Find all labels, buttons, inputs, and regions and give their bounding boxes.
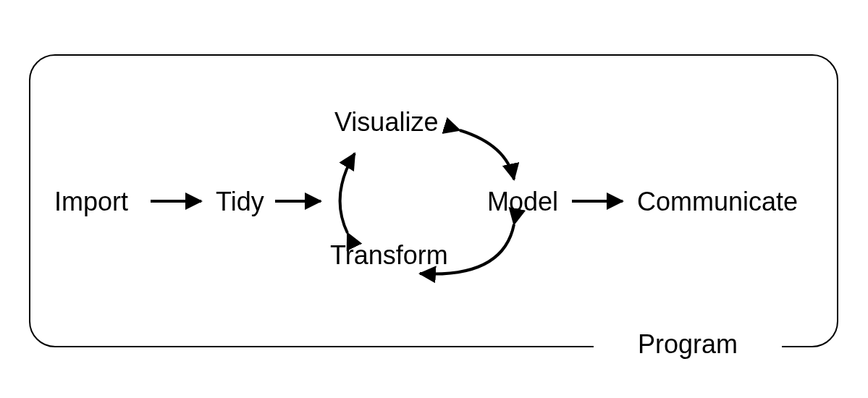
node-tidy: Tidy [216, 187, 264, 217]
node-model: Model [487, 187, 558, 217]
node-transform: Transform [330, 240, 448, 271]
data-science-workflow-diagram: Program Import Tidy Visualize Transform … [0, 0, 868, 398]
node-visualize: Visualize [334, 107, 438, 137]
node-communicate: Communicate [637, 187, 798, 217]
node-import: Import [54, 187, 128, 217]
frame-label: Program [594, 329, 782, 360]
